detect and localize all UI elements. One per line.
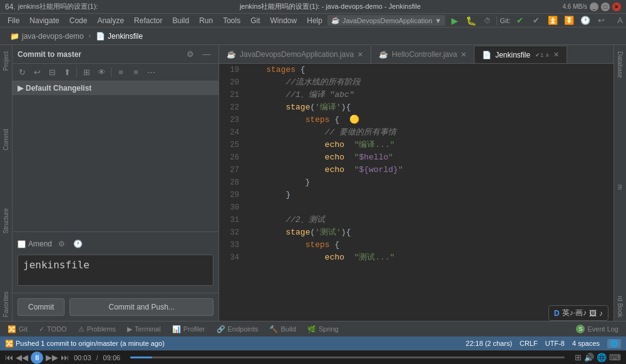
menu-navigate[interactable]: Navigate [24,15,64,26]
git-push-button[interactable]: ⏫ [546,14,560,28]
collapse-button[interactable]: ≡ [129,66,143,79]
amend-history-button[interactable]: 🕐 [71,237,85,251]
refresh-button[interactable]: ↻ [15,66,29,79]
code-line-22: 22 stage('编译'){ [219,101,613,114]
menu-file[interactable]: File [3,15,24,26]
project-tab-item[interactable]: 📁 java-devops-demo [5,29,89,43]
tab-close-1[interactable]: ✕ [357,51,363,59]
bottom-tab-build[interactable]: 🔨 Build [264,324,300,335]
code-line-23: 23 steps { 🟡 [219,114,613,126]
run-button[interactable]: ▶ [448,14,461,28]
project-sidebar-icon[interactable]: Project [1,48,11,74]
undo-button[interactable]: ↩ [30,66,44,79]
bottom-tab-terminal[interactable]: ▶ Terminal [122,324,166,335]
bottom-tab-git[interactable]: 🔀 Git [3,324,33,335]
title-bar-center: jenkins社能用吗的设置(1): - java-devops-demo - … [98,2,562,11]
menu-run[interactable]: Run [194,15,218,26]
line-num-27: 27 [219,164,244,176]
media-forward-button[interactable]: ▶▶ [46,353,58,362]
indent[interactable]: 4 spaces [572,340,600,347]
editor-tab-jenkinsfile[interactable]: 📄 Jenkinsfile ✔1 ∧ ✕ [475,46,567,63]
amend-settings-button[interactable]: ⚙ [54,237,68,251]
diff-button[interactable]: ⊟ [45,66,59,79]
media-progress-bar[interactable] [130,356,152,358]
database-sidebar-label[interactable]: Database [615,48,625,82]
line-num-32: 32 [219,226,244,239]
line-content-23: steps { 🟡 [244,114,359,126]
structure-sidebar-icon[interactable]: Structure [1,205,11,238]
commit-message-input[interactable]: jenkinsfile [18,255,213,286]
media-prev-button[interactable]: ⏮ [5,353,13,362]
tree-view-button[interactable]: ⊞ [80,66,93,79]
profile-button[interactable]: ⏱ [480,14,494,28]
tab-close-3[interactable]: ✕ [553,51,559,59]
menu-build[interactable]: Build [167,15,194,26]
bottom-tab-todo[interactable]: ✓ TODO [34,324,72,335]
profiler-tab-label: Profiler [183,325,205,333]
menu-code[interactable]: Code [64,15,93,26]
file-icon-3: 📄 [482,51,491,59]
maven-sidebar-label[interactable]: m [615,181,625,193]
menu-git[interactable]: Git [245,15,265,26]
menu-window[interactable]: Window [265,15,302,26]
taskbar-icon-4[interactable]: ⌨ [609,353,621,362]
bottom-tab-endpoints[interactable]: 🔗 Endpoints [212,324,264,335]
bottom-tab-spring[interactable]: 🌿 Spring [302,324,344,335]
amend-checkbox[interactable] [18,240,26,248]
encoding[interactable]: UTF-8 [545,340,565,347]
expand-button[interactable]: ≡ [114,66,128,79]
editor-area: ☕ JavaDevopsDemoApplication.java ✕ ☕ Hel… [219,45,613,321]
code-editor[interactable]: 19 stages { 20 //流水线的所有阶段 21 //1、编译 "abc… [219,64,613,321]
media-rewind-button[interactable]: ◀◀ [16,353,28,362]
menu-tools[interactable]: Tools [218,15,245,26]
taskbar-icon-1[interactable]: ⊞ [575,353,582,362]
menu-analyze[interactable]: Analyze [92,15,129,26]
commit-panel-minimize[interactable]: — [200,48,213,61]
taskbar-icon-2[interactable]: 🔊 [584,353,594,362]
bottom-tab-profiler[interactable]: 📊 Profiler [167,324,210,335]
profiler-tab-icon: 📊 [172,325,181,333]
translate-button[interactable]: A [613,14,626,28]
preview-button[interactable]: 👁 [95,66,108,79]
git-branch-status[interactable]: 🔀 Pushed 1 commit to origin/master (a mi… [5,340,165,348]
editor-tab-java-devops[interactable]: ☕ JavaDevopsDemoApplication.java ✕ [219,46,371,63]
menu-refactor[interactable]: Refactor [129,15,167,26]
minimize-button[interactable]: _ [590,3,598,11]
close-button[interactable]: ✕ [612,3,621,11]
bottom-tab-problems[interactable]: ⚠ Problems [73,324,121,335]
git-commit-button[interactable]: ✔ [530,14,543,28]
file-icon: 📄 [96,32,105,41]
more-options-button[interactable]: ⋯ [144,66,158,79]
favorites-sidebar-icon[interactable]: Favorites [1,288,11,321]
book-sidebar-label[interactable]: rd Book [615,292,625,321]
cursor-position[interactable]: 22:18 (2 chars) [466,340,512,347]
taskbar-icon-3[interactable]: 🌐 [597,353,607,362]
media-time-total: 09:06 [103,354,121,361]
menu-help[interactable]: Help [302,15,327,26]
git-rollback-button[interactable]: ↩ [595,14,608,28]
changelist-header[interactable]: ▶ Default Changelist [13,81,218,95]
maximize-button[interactable]: □ [601,3,610,11]
git-pull-button[interactable]: ⏬ [562,14,576,28]
main-content: Project Commit Structure Favorites Commi… [0,45,626,321]
media-play-button[interactable]: ⏸ [31,351,43,364]
git-history-button[interactable]: 🕐 [578,14,592,28]
media-next-button[interactable]: ⏭ [61,353,69,362]
git-fetch-button[interactable]: ✔ [513,14,527,28]
commit-panel-settings[interactable]: ⚙ [183,48,197,61]
debug-button[interactable]: 🐛 [464,14,478,28]
project-tab-file[interactable]: 📄 Jenkinsfile [91,29,148,43]
commit-push-button[interactable]: Commit and Push... [69,298,213,316]
translate-status[interactable]: 🌐 [607,339,621,348]
line-ending[interactable]: CRLF [520,340,538,347]
arrow-up-button[interactable]: ⬆ [60,66,74,79]
editor-tabs: ☕ JavaDevopsDemoApplication.java ✕ ☕ Hel… [219,45,613,64]
amend-label[interactable]: Amend [28,240,52,248]
commit-button[interactable]: Commit [18,298,64,316]
editor-tab-hello[interactable]: ☕ HelloController.java ✕ [371,46,475,63]
commit-sidebar-icon[interactable]: Commit [1,125,11,154]
line-content-25: echo "编译..." [244,139,395,151]
bottom-tab-eventlog[interactable]: S Event Log [571,323,623,335]
tab-close-2[interactable]: ✕ [461,51,466,59]
code-line-32: 32 stage('测试'){ [219,226,613,239]
